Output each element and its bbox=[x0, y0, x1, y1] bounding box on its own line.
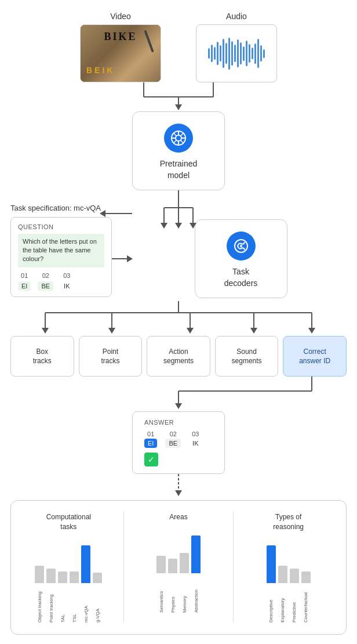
action-segments-label: Action segments bbox=[163, 347, 194, 367]
audio-input-block: Audio bbox=[196, 12, 277, 82]
charts-section: Computational tasks Object tracking Poin… bbox=[10, 500, 347, 635]
merge-arrows bbox=[103, 82, 254, 111]
bar-tsl bbox=[70, 571, 79, 583]
sound-segments-box: Sound segments bbox=[215, 336, 279, 377]
answer-options-row: 01 EI 02 BE 03 IK bbox=[144, 430, 213, 448]
svg-line-12 bbox=[181, 140, 184, 143]
label-counterfactual: Counterfactual bbox=[301, 588, 311, 623]
video-label: Video bbox=[110, 12, 131, 21]
label-g-vqa: g-VQA bbox=[93, 588, 102, 623]
types-reasoning-bar-chart bbox=[267, 537, 311, 583]
point-tracks-box: Point tracks bbox=[79, 336, 143, 377]
bar-tal bbox=[58, 571, 67, 583]
option-1: 01 EI bbox=[18, 272, 31, 291]
correct-answer-id-box: Correct answer ID bbox=[283, 336, 347, 377]
label-point-tracking: Point tracking bbox=[46, 588, 56, 623]
dashed-arrow-svg bbox=[173, 474, 184, 497]
opt1-label: EI bbox=[18, 281, 31, 291]
waveform bbox=[208, 36, 265, 71]
bar-physics bbox=[168, 559, 177, 573]
comp-tasks-title: Computational tasks bbox=[46, 512, 91, 532]
model-svg-icon bbox=[170, 130, 187, 146]
bar-object-tracking bbox=[35, 566, 44, 583]
bar-explanatory bbox=[278, 566, 287, 583]
action-segments-box: Action segments bbox=[147, 336, 210, 377]
ans-opt2-label: BE bbox=[165, 439, 181, 448]
svg-marker-17 bbox=[161, 223, 167, 229]
svg-marker-24 bbox=[100, 210, 105, 217]
correct-answer-id-label: Correct answer ID bbox=[299, 347, 330, 367]
svg-marker-34 bbox=[108, 328, 115, 334]
label-abstraction: Abstraction bbox=[191, 578, 201, 613]
svg-line-11 bbox=[174, 133, 177, 136]
pretrained-model-label: Pretrained model bbox=[160, 158, 198, 181]
q-arrow-svg bbox=[112, 253, 135, 265]
option-2: 02 BE bbox=[38, 272, 53, 291]
dashed-arrow-section bbox=[173, 474, 184, 497]
opt2-num: 02 bbox=[42, 272, 49, 279]
svg-point-28 bbox=[240, 245, 242, 247]
task-decoders-label: Task decoders bbox=[224, 266, 258, 289]
comp-tasks-bar-chart bbox=[35, 537, 102, 583]
types-reasoning-chart: Types of reasoning Descriptive Explanato… bbox=[239, 512, 337, 623]
bar-semantics bbox=[156, 556, 166, 573]
svg-marker-4 bbox=[175, 104, 182, 110]
pretrained-model-box: Pretrained model bbox=[132, 111, 225, 190]
opt1-num: 01 bbox=[21, 272, 28, 279]
areas-bar-chart bbox=[156, 527, 201, 573]
decoder-svg-icon bbox=[233, 238, 249, 254]
opt2-label: BE bbox=[38, 281, 53, 291]
sound-segments-label: Sound segments bbox=[232, 347, 262, 367]
chart-divider-1 bbox=[123, 512, 124, 623]
answer-opt3: 03 IK bbox=[189, 430, 202, 448]
answer-header: ANSWER bbox=[144, 419, 213, 426]
answer-opt1: 01 EI bbox=[144, 430, 157, 448]
areas-chart: Areas Semantics Physics Memory Abstracti… bbox=[130, 512, 228, 623]
areas-title: Areas bbox=[169, 512, 187, 522]
label-explanatory: Explanatory bbox=[278, 588, 287, 623]
areas-labels: Semantics Physics Memory Abstraction bbox=[156, 578, 201, 613]
options-row: 01 EI 02 BE 03 IK bbox=[18, 272, 104, 291]
bar-predictive bbox=[290, 569, 299, 583]
svg-marker-46 bbox=[175, 490, 182, 496]
opt3-label: IK bbox=[60, 281, 73, 291]
to-answer-arrows bbox=[10, 377, 347, 411]
q-to-decoder-arrow bbox=[112, 253, 135, 265]
types-reasoning-title: Types of reasoning bbox=[273, 512, 304, 532]
label-semantics: Semantics bbox=[156, 578, 166, 613]
bar-descriptive bbox=[267, 545, 276, 583]
bar-point-tracking bbox=[46, 569, 56, 583]
svg-marker-36 bbox=[187, 328, 194, 334]
ans-opt1-label: EI bbox=[144, 439, 157, 448]
bar-memory bbox=[180, 553, 189, 573]
types-reasoning-labels: Descriptive Explanatory Predictive Count… bbox=[267, 588, 311, 623]
audio-waveform-box bbox=[196, 24, 277, 82]
label-mc-vqa: mc-vQA bbox=[81, 588, 90, 623]
output-boxes-row: Box tracks Point tracks Action segments … bbox=[6, 336, 351, 377]
label-physics: Physics bbox=[168, 578, 177, 613]
svg-marker-26 bbox=[127, 255, 133, 262]
point-tracks-label: Point tracks bbox=[101, 347, 119, 367]
chart-divider-2 bbox=[233, 512, 234, 623]
svg-line-13 bbox=[181, 133, 184, 136]
label-predictive: Predictive bbox=[290, 588, 299, 623]
svg-line-14 bbox=[174, 140, 177, 143]
checkmark: ✓ bbox=[144, 453, 158, 466]
svg-marker-44 bbox=[175, 403, 182, 409]
option-3: 03 IK bbox=[60, 272, 73, 291]
svg-marker-21 bbox=[190, 223, 196, 229]
question-text: Which of the letters put on the table ha… bbox=[18, 234, 104, 267]
ans-opt3-label: IK bbox=[189, 439, 202, 448]
model-icon bbox=[164, 124, 193, 153]
box-tracks-label: Box tracks bbox=[33, 347, 52, 367]
computational-tasks-chart: Computational tasks Object tracking Poin… bbox=[20, 512, 118, 623]
box-tracks-box: Box tracks bbox=[10, 336, 74, 377]
ans-opt1-num: 01 bbox=[147, 430, 154, 437]
label-memory: Memory bbox=[180, 578, 189, 613]
answer-opt2: 02 BE bbox=[165, 430, 181, 448]
audio-label: Audio bbox=[226, 12, 247, 21]
label-tal: TAL bbox=[58, 588, 67, 623]
ans-opt2-num: 02 bbox=[170, 430, 177, 437]
opt3-num: 03 bbox=[63, 272, 70, 279]
svg-marker-32 bbox=[42, 328, 49, 334]
